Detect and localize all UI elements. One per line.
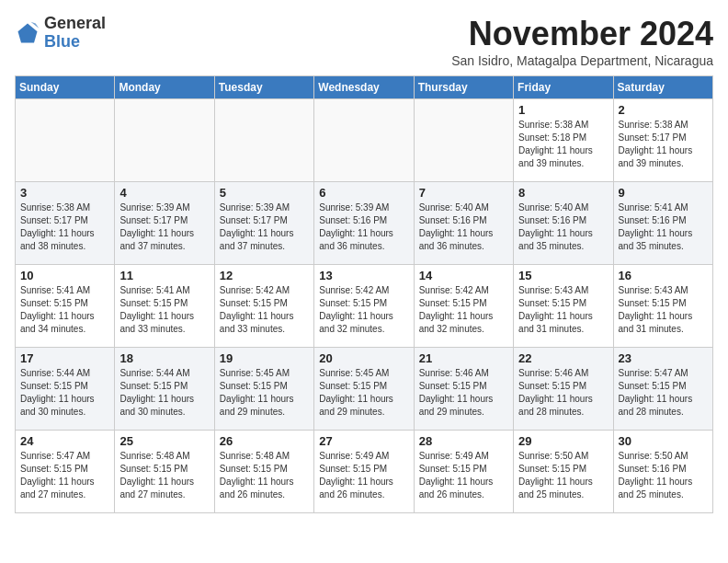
day-info: Sunrise: 5:43 AM Sunset: 5:15 PM Dayligh… xyxy=(518,284,608,336)
day-number: 3 xyxy=(20,186,109,200)
day-number: 17 xyxy=(20,351,109,365)
calendar-cell: 9Sunrise: 5:41 AM Sunset: 5:16 PM Daylig… xyxy=(613,182,712,265)
day-number: 27 xyxy=(319,434,408,448)
day-number: 29 xyxy=(518,434,608,448)
day-info: Sunrise: 5:47 AM Sunset: 5:15 PM Dayligh… xyxy=(20,450,109,501)
calendar-cell: 26Sunrise: 5:48 AM Sunset: 5:15 PM Dayli… xyxy=(214,431,313,513)
calendar-cell: 4Sunrise: 5:39 AM Sunset: 5:17 PM Daylig… xyxy=(115,182,214,265)
day-info: Sunrise: 5:41 AM Sunset: 5:15 PM Dayligh… xyxy=(20,284,109,336)
day-number: 14 xyxy=(419,269,508,282)
weekday-header-thursday: Thursday xyxy=(414,76,513,99)
day-info: Sunrise: 5:41 AM Sunset: 5:15 PM Dayligh… xyxy=(119,284,209,336)
day-number: 7 xyxy=(419,186,508,200)
day-number: 21 xyxy=(419,351,508,365)
day-number: 5 xyxy=(220,186,309,200)
logo-general-text: General xyxy=(44,14,106,32)
weekday-header-tuesday: Tuesday xyxy=(214,76,313,99)
calendar-cell: 6Sunrise: 5:39 AM Sunset: 5:16 PM Daylig… xyxy=(314,182,414,265)
day-info: Sunrise: 5:41 AM Sunset: 5:16 PM Dayligh… xyxy=(619,201,708,253)
day-info: Sunrise: 5:45 AM Sunset: 5:15 PM Dayligh… xyxy=(220,367,309,419)
calendar-cell xyxy=(214,99,313,182)
calendar-week-row: 1Sunrise: 5:38 AM Sunset: 5:18 PM Daylig… xyxy=(16,99,713,182)
calendar-cell: 7Sunrise: 5:40 AM Sunset: 5:16 PM Daylig… xyxy=(414,182,513,265)
day-number: 28 xyxy=(419,434,508,448)
logo-icon xyxy=(15,20,40,46)
day-number: 26 xyxy=(220,434,309,448)
calendar-cell: 16Sunrise: 5:43 AM Sunset: 5:15 PM Dayli… xyxy=(613,265,712,348)
day-info: Sunrise: 5:40 AM Sunset: 5:16 PM Dayligh… xyxy=(518,201,608,253)
calendar-week-row: 17Sunrise: 5:44 AM Sunset: 5:15 PM Dayli… xyxy=(16,348,713,431)
calendar-cell: 18Sunrise: 5:44 AM Sunset: 5:15 PM Dayli… xyxy=(115,348,214,431)
day-number: 6 xyxy=(319,186,408,200)
day-info: Sunrise: 5:50 AM Sunset: 5:16 PM Dayligh… xyxy=(619,450,708,501)
day-info: Sunrise: 5:40 AM Sunset: 5:16 PM Dayligh… xyxy=(419,201,508,253)
day-info: Sunrise: 5:39 AM Sunset: 5:17 PM Dayligh… xyxy=(220,201,309,253)
day-number: 1 xyxy=(518,103,608,117)
calendar-cell: 19Sunrise: 5:45 AM Sunset: 5:15 PM Dayli… xyxy=(214,348,313,431)
day-info: Sunrise: 5:50 AM Sunset: 5:15 PM Dayligh… xyxy=(518,450,608,501)
day-info: Sunrise: 5:42 AM Sunset: 5:15 PM Dayligh… xyxy=(220,284,309,336)
day-info: Sunrise: 5:38 AM Sunset: 5:17 PM Dayligh… xyxy=(20,201,109,253)
calendar-cell: 27Sunrise: 5:49 AM Sunset: 5:15 PM Dayli… xyxy=(314,431,414,513)
day-info: Sunrise: 5:47 AM Sunset: 5:15 PM Dayligh… xyxy=(619,367,708,419)
logo: General Blue xyxy=(15,15,106,52)
calendar-cell xyxy=(414,99,513,182)
month-title: November 2024 xyxy=(451,15,713,53)
calendar-cell xyxy=(16,99,115,182)
day-number: 25 xyxy=(119,434,209,448)
calendar-table: SundayMondayTuesdayWednesdayThursdayFrid… xyxy=(15,75,713,513)
day-info: Sunrise: 5:43 AM Sunset: 5:15 PM Dayligh… xyxy=(619,284,708,336)
day-number: 4 xyxy=(119,186,209,200)
calendar-cell: 14Sunrise: 5:42 AM Sunset: 5:15 PM Dayli… xyxy=(414,265,513,348)
calendar-cell: 13Sunrise: 5:42 AM Sunset: 5:15 PM Dayli… xyxy=(314,265,414,348)
calendar-cell: 8Sunrise: 5:40 AM Sunset: 5:16 PM Daylig… xyxy=(514,182,613,265)
day-number: 23 xyxy=(619,351,708,365)
day-number: 24 xyxy=(20,434,109,448)
day-number: 19 xyxy=(220,351,309,365)
logo-blue-text: Blue xyxy=(44,32,80,51)
day-info: Sunrise: 5:45 AM Sunset: 5:15 PM Dayligh… xyxy=(319,367,408,419)
day-number: 18 xyxy=(119,351,209,365)
day-info: Sunrise: 5:44 AM Sunset: 5:15 PM Dayligh… xyxy=(20,367,109,419)
day-info: Sunrise: 5:38 AM Sunset: 5:17 PM Dayligh… xyxy=(619,119,708,170)
day-info: Sunrise: 5:44 AM Sunset: 5:15 PM Dayligh… xyxy=(119,367,209,419)
day-info: Sunrise: 5:49 AM Sunset: 5:15 PM Dayligh… xyxy=(319,450,408,501)
day-number: 16 xyxy=(619,269,708,282)
day-number: 30 xyxy=(619,434,708,448)
calendar-cell: 1Sunrise: 5:38 AM Sunset: 5:18 PM Daylig… xyxy=(514,99,613,182)
weekday-header-friday: Friday xyxy=(514,76,613,99)
title-block: November 2024 San Isidro, Matagalpa Depa… xyxy=(451,15,713,68)
calendar-cell: 29Sunrise: 5:50 AM Sunset: 5:15 PM Dayli… xyxy=(514,431,613,513)
calendar-week-row: 3Sunrise: 5:38 AM Sunset: 5:17 PM Daylig… xyxy=(16,182,713,265)
calendar-cell: 20Sunrise: 5:45 AM Sunset: 5:15 PM Dayli… xyxy=(314,348,414,431)
location-subtitle: San Isidro, Matagalpa Department, Nicara… xyxy=(451,53,713,68)
weekday-header-monday: Monday xyxy=(115,76,214,99)
weekday-header-wednesday: Wednesday xyxy=(314,76,414,99)
day-info: Sunrise: 5:38 AM Sunset: 5:18 PM Dayligh… xyxy=(518,119,608,170)
day-info: Sunrise: 5:46 AM Sunset: 5:15 PM Dayligh… xyxy=(518,367,608,419)
day-info: Sunrise: 5:46 AM Sunset: 5:15 PM Dayligh… xyxy=(419,367,508,419)
weekday-header-saturday: Saturday xyxy=(613,76,712,99)
calendar-cell xyxy=(115,99,214,182)
svg-marker-0 xyxy=(18,23,38,42)
calendar-cell: 21Sunrise: 5:46 AM Sunset: 5:15 PM Dayli… xyxy=(414,348,513,431)
day-number: 10 xyxy=(20,269,109,282)
calendar-cell: 30Sunrise: 5:50 AM Sunset: 5:16 PM Dayli… xyxy=(613,431,712,513)
day-info: Sunrise: 5:48 AM Sunset: 5:15 PM Dayligh… xyxy=(220,450,309,501)
calendar-header-row: SundayMondayTuesdayWednesdayThursdayFrid… xyxy=(16,76,713,99)
day-number: 13 xyxy=(319,269,408,282)
day-info: Sunrise: 5:39 AM Sunset: 5:17 PM Dayligh… xyxy=(119,201,209,253)
calendar-cell: 2Sunrise: 5:38 AM Sunset: 5:17 PM Daylig… xyxy=(613,99,712,182)
calendar-cell: 25Sunrise: 5:48 AM Sunset: 5:15 PM Dayli… xyxy=(115,431,214,513)
day-number: 9 xyxy=(619,186,708,200)
day-number: 20 xyxy=(319,351,408,365)
calendar-cell: 15Sunrise: 5:43 AM Sunset: 5:15 PM Dayli… xyxy=(514,265,613,348)
day-info: Sunrise: 5:39 AM Sunset: 5:16 PM Dayligh… xyxy=(319,201,408,253)
day-info: Sunrise: 5:49 AM Sunset: 5:15 PM Dayligh… xyxy=(419,450,508,501)
calendar-cell: 28Sunrise: 5:49 AM Sunset: 5:15 PM Dayli… xyxy=(414,431,513,513)
day-info: Sunrise: 5:42 AM Sunset: 5:15 PM Dayligh… xyxy=(419,284,508,336)
day-number: 12 xyxy=(220,269,309,282)
calendar-week-row: 10Sunrise: 5:41 AM Sunset: 5:15 PM Dayli… xyxy=(16,265,713,348)
page-header: General Blue November 2024 San Isidro, M… xyxy=(15,15,713,68)
day-number: 15 xyxy=(518,269,608,282)
